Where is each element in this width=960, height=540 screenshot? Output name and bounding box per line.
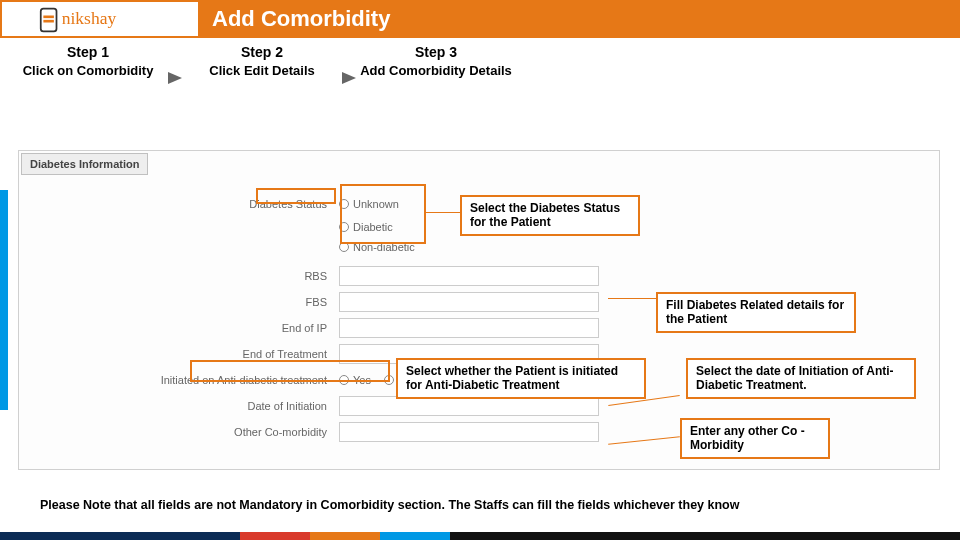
input-rbs[interactable] xyxy=(339,266,599,286)
label-endtrt: End of Treatment xyxy=(19,348,339,360)
step1-heading: Step 1 xyxy=(8,44,168,60)
connector xyxy=(426,212,460,213)
svg-rect-2 xyxy=(43,20,54,23)
input-endip[interactable] xyxy=(339,318,599,338)
callout-other: Enter any other Co -Morbidity xyxy=(680,418,830,459)
callout-init: Select whether the Patient is initiated … xyxy=(396,358,646,399)
input-other[interactable] xyxy=(339,422,599,442)
steps-row: Step 1 Click on Comorbidity Step 2 Click… xyxy=(0,38,960,94)
label-doi: Date of Initiation xyxy=(19,400,339,412)
highlight-status-options xyxy=(340,184,426,244)
highlight-init xyxy=(190,360,390,382)
connector xyxy=(608,298,656,299)
label-endip: End of IP xyxy=(19,322,339,334)
step2-heading: Step 2 xyxy=(182,44,342,60)
step2-desc: Click Edit Details xyxy=(182,64,342,79)
step3-heading: Step 3 xyxy=(356,44,516,60)
nikshay-logo-icon: nikshay xyxy=(39,5,162,33)
svg-text:nikshay: nikshay xyxy=(62,8,117,28)
arrow-icon xyxy=(342,72,356,84)
arrow-icon xyxy=(168,72,182,84)
highlight-status-label xyxy=(256,188,336,204)
callout-status: Select the Diabetes Status for the Patie… xyxy=(460,195,640,236)
svg-rect-1 xyxy=(43,16,54,19)
input-fbs[interactable] xyxy=(339,292,599,312)
callout-diabetes-details: Fill Diabetes Related details for the Pa… xyxy=(656,292,856,333)
label-other: Other Co-morbidity xyxy=(19,426,339,438)
label-rbs: RBS xyxy=(19,270,339,282)
label-fbs: FBS xyxy=(19,296,339,308)
blue-side-accent xyxy=(0,190,8,410)
callout-doi: Select the date of Initiation of Anti-Di… xyxy=(686,358,916,399)
step1-desc: Click on Comorbidity xyxy=(8,64,168,79)
page-title: Add Comorbidity xyxy=(200,0,960,38)
input-doi[interactable] xyxy=(339,396,599,416)
footer-stripe xyxy=(0,532,960,540)
logo: nikshay xyxy=(0,0,200,38)
header: nikshay Add Comorbidity xyxy=(0,0,960,38)
footer-note: Please Note that all fields are not Mand… xyxy=(40,498,739,512)
step3-desc: Add Comorbidity Details xyxy=(356,64,516,79)
section-title: Diabetes Information xyxy=(21,153,148,175)
